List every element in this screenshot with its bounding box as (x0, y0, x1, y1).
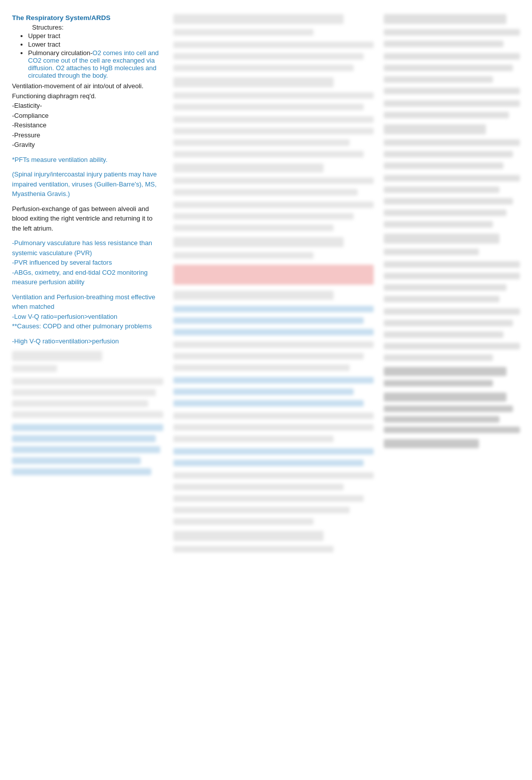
right-section-dark-1 (384, 367, 520, 386)
left-column: The Respiratory System/ARDS Structures: … (10, 10, 165, 770)
blurred-lower-left-3 (12, 424, 163, 475)
mid-section-9 (173, 341, 374, 371)
list-item-lower: Lower tract (28, 41, 163, 48)
spinal-text: (Spinal injury/intercoastal injury patie… (12, 169, 163, 199)
right-section-dark-3 (384, 439, 520, 448)
middle-column (171, 10, 376, 770)
right-section-3 (384, 100, 520, 118)
list-item-upper: Upper tract (28, 32, 163, 40)
right-section-1 (384, 14, 520, 47)
right-section-8 (384, 308, 520, 361)
right-section-7 (384, 261, 520, 302)
right-column (382, 10, 522, 770)
ventilation-text: Ventilation-movement of air into/out of … (12, 81, 163, 150)
perfusion-text: Perfusion-exchange of gas between alveol… (12, 205, 152, 232)
right-section-2 (384, 53, 520, 94)
high-vq-text: -High V-Q ratio=ventilation>perfusion (12, 336, 163, 346)
mid-section-10 (173, 413, 374, 442)
pulmonary-vasc-text: -Pulmonary vasculature has less resistan… (12, 238, 163, 287)
mid-section-8 (173, 291, 374, 300)
mid-section-6 (173, 202, 374, 231)
list-item-pulmonary: Pulmonary circulation-O2 comes into cell… (28, 49, 163, 79)
pulmonary-label: Pulmonary circulation- (28, 49, 93, 57)
mid-section-5 (173, 163, 374, 196)
mid-section-4 (173, 116, 374, 157)
page-container: The Respiratory System/ARDS Structures: … (0, 0, 532, 780)
blurred-lower-left-2 (12, 378, 163, 418)
ventilation-paragraph: Ventilation-movement of air into/out of … (12, 81, 163, 150)
perfusion-paragraph: Perfusion-exchange of gas between alveol… (12, 204, 163, 234)
mid-section-7 (173, 237, 374, 259)
mid-section-11 (173, 472, 374, 525)
vq-header-text: Ventilation and Perfusion-breathing most… (12, 292, 163, 331)
pfts-text: *PFTs measure ventilation ability. (12, 155, 163, 165)
mid-section-3 (173, 77, 374, 110)
bullet-list: Upper tract Lower tract Pulmonary circul… (28, 32, 163, 79)
structures-label: Structures: (32, 24, 163, 31)
mid-section-blue-3 (173, 448, 374, 466)
right-section-6 (384, 234, 520, 255)
mid-section-blue-2 (173, 377, 374, 407)
mid-section-2 (173, 42, 374, 71)
blurred-lower-left-1 (12, 351, 163, 372)
mid-section-highlight (173, 265, 374, 285)
right-section-5 (384, 175, 520, 228)
right-section-4 (384, 124, 520, 169)
mid-section-12 (173, 531, 374, 552)
mid-section-blue-1 (173, 306, 374, 335)
mid-section-1 (173, 14, 374, 36)
section-title: The Respiratory System/ARDS (12, 14, 163, 22)
right-section-dark-2 (384, 393, 520, 433)
